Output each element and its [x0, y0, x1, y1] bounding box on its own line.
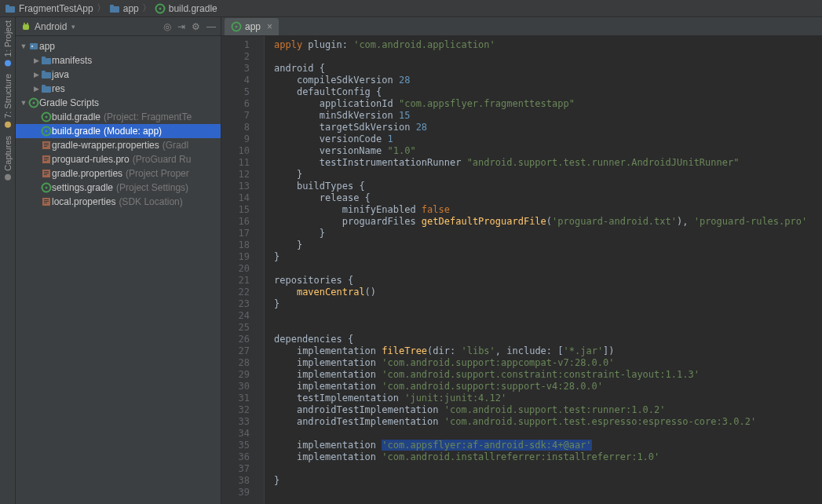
tree-label: proguard-rules.pro	[52, 154, 130, 165]
chevron-down-icon[interactable]: ▾	[71, 23, 75, 31]
module-icon	[28, 41, 39, 52]
tree-node[interactable]: settings.gradle(Project Settings)	[16, 181, 221, 195]
collapse-icon[interactable]: ⇥	[177, 21, 185, 32]
code-line[interactable]: mavenCentral()	[274, 287, 822, 298]
tree-label: gradle.properties	[52, 168, 122, 179]
code-line[interactable]: }	[274, 251, 822, 263]
code-line[interactable]	[274, 487, 822, 499]
tool-captures[interactable]: Captures	[3, 136, 13, 181]
gradle-icon	[231, 21, 242, 32]
editor-tab-label: app	[245, 21, 261, 32]
code-line[interactable]: targetSdkVersion 28	[274, 122, 822, 133]
editor-tab-app[interactable]: app ×	[225, 18, 279, 35]
gradle-icon	[41, 182, 52, 193]
tree-node[interactable]: ▼ app	[16, 39, 221, 53]
tree-node[interactable]: gradle-wrapper.properties(Gradl	[16, 138, 221, 152]
gear-icon[interactable]: ⚙	[192, 21, 200, 32]
code-line[interactable]: }	[274, 298, 822, 310]
folder-icon	[109, 3, 120, 14]
gradle-icon	[41, 126, 52, 137]
code-line[interactable]: implementation 'com.android.installrefer…	[274, 451, 822, 463]
code-line[interactable]: }	[274, 475, 822, 487]
tree-node[interactable]: ▶ manifests	[16, 53, 221, 68]
code-line[interactable]: }	[274, 228, 822, 239]
disclosure-icon[interactable]: ▶	[31, 85, 41, 93]
disclosure-icon[interactable]: ▶	[31, 71, 41, 79]
code-line[interactable]: minifyEnabled false	[274, 204, 822, 216]
code-line[interactable]: testImplementation 'junit:junit:4.12'	[274, 393, 822, 404]
tree-hint: (Project Proper	[126, 168, 189, 179]
code-line[interactable]: repositories {	[274, 275, 822, 287]
tree-label: res	[52, 83, 65, 94]
code-line[interactable]	[274, 51, 822, 63]
code-line[interactable]: androidTestImplementation 'com.android.s…	[274, 416, 822, 428]
tree-node[interactable]: build.gradle(Project: FragmentTe	[16, 110, 221, 124]
code-line[interactable]: implementation 'com.appsflyer:af-android…	[274, 440, 822, 451]
code-line[interactable]	[274, 310, 822, 322]
tree-hint: (Project: FragmentTe	[104, 111, 192, 122]
code-line[interactable]: applicationId "com.appsflyer.fragmenttes…	[274, 98, 822, 110]
code-line[interactable]	[274, 322, 822, 334]
breadcrumb-item[interactable]: build.gradle	[155, 3, 217, 14]
tool-project[interactable]: 1: Project	[3, 20, 13, 66]
code-line[interactable]: dependencies {	[274, 334, 822, 345]
project-panel-header: Android ▾ ◎ ⇥ ⚙ —	[16, 17, 221, 36]
code-line[interactable]: android {	[274, 63, 822, 75]
project-view-mode[interactable]: Android	[35, 21, 67, 32]
disclosure-icon[interactable]: ▼	[19, 99, 28, 107]
tree-node[interactable]: build.gradle(Module: app)	[16, 124, 221, 138]
folder-icon	[41, 55, 52, 66]
code-line[interactable]	[274, 463, 822, 475]
code-line[interactable]: versionName "1.0"	[274, 145, 822, 157]
tool-structure[interactable]: 7: Structure	[3, 74, 13, 128]
close-icon[interactable]: ×	[267, 21, 272, 32]
code-line[interactable]	[274, 263, 822, 275]
props-icon	[41, 168, 52, 179]
tree-node[interactable]: ▶ res	[16, 82, 221, 96]
props-icon	[41, 154, 52, 165]
tree-node[interactable]: local.properties(SDK Location)	[16, 195, 221, 209]
code-line[interactable]: implementation 'com.android.support:appc…	[274, 357, 822, 369]
tree-label: Gradle Scripts	[39, 97, 99, 108]
hide-icon[interactable]: —	[206, 21, 216, 32]
code-line[interactable]: testInstrumentationRunner "android.suppo…	[274, 157, 822, 169]
breadcrumb: FragmentTestApp〉app〉build.gradle	[0, 0, 822, 17]
code-line[interactable]: buildTypes {	[274, 181, 822, 192]
code-line[interactable]: proguardFiles getDefaultProguardFile('pr…	[274, 216, 822, 228]
breadcrumb-sep: 〉	[142, 2, 152, 15]
gradle-icon	[155, 3, 166, 14]
props-icon	[41, 196, 52, 207]
code-line[interactable]: }	[274, 169, 822, 181]
code-line[interactable]: implementation 'com.android.support:supp…	[274, 381, 822, 393]
code-line[interactable]: androidTestImplementation 'com.android.s…	[274, 404, 822, 416]
breadcrumb-item[interactable]: app	[109, 3, 139, 14]
code-line[interactable]: implementation 'com.android.support.cons…	[274, 369, 822, 381]
code-line[interactable]: minSdkVersion 15	[274, 110, 822, 122]
code-editor[interactable]: apply plugin: 'com.android.application'a…	[265, 36, 822, 504]
breadcrumb-label: build.gradle	[169, 3, 217, 14]
code-line[interactable]: defaultConfig {	[274, 86, 822, 98]
tree-label: local.properties	[52, 196, 115, 207]
tree-node[interactable]: ▶ java	[16, 68, 221, 82]
tree-label: app	[39, 41, 55, 52]
tree-node[interactable]: gradle.properties(Project Proper	[16, 166, 221, 181]
gradle-icon	[41, 111, 52, 122]
folder-icon	[41, 83, 52, 94]
code-line[interactable]: apply plugin: 'com.android.application'	[274, 39, 822, 51]
project-tree[interactable]: ▼ app▶ manifests▶ java▶ res▼ Gradle Scri…	[16, 36, 221, 504]
disclosure-icon[interactable]: ▼	[19, 42, 28, 50]
breadcrumb-item[interactable]: FragmentTestApp	[5, 3, 93, 14]
tree-node[interactable]: proguard-rules.pro(ProGuard Ru	[16, 152, 221, 166]
target-icon[interactable]: ◎	[163, 21, 171, 32]
code-line[interactable]: versionCode 1	[274, 133, 822, 145]
code-line[interactable]: compileSdkVersion 28	[274, 75, 822, 86]
code-line[interactable]: implementation fileTree(dir: 'libs', inc…	[274, 345, 822, 357]
disclosure-icon[interactable]: ▶	[31, 57, 41, 64]
code-line[interactable]: release {	[274, 192, 822, 204]
code-line[interactable]	[274, 428, 822, 440]
breadcrumb-sep: 〉	[97, 2, 106, 15]
tree-node[interactable]: ▼ Gradle Scripts	[16, 96, 221, 110]
gradle-icon	[28, 97, 39, 108]
tree-hint: (ProGuard Ru	[133, 154, 192, 165]
code-line[interactable]: }	[274, 239, 822, 251]
